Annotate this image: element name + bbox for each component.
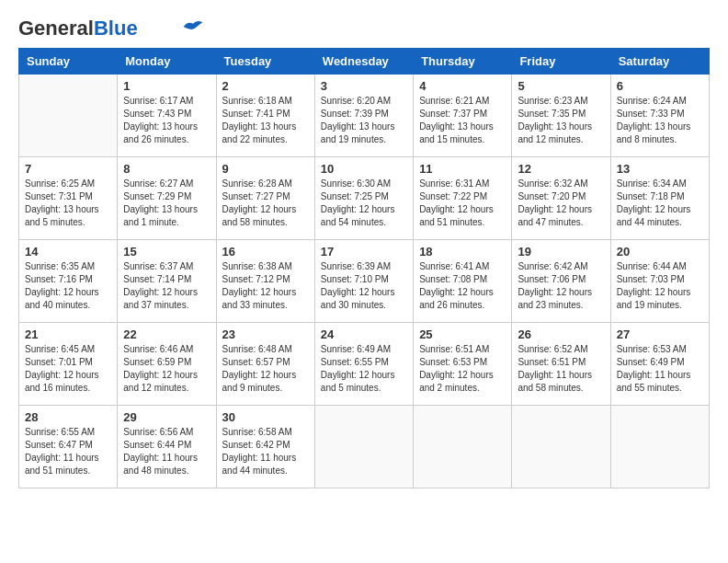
calendar-cell: 24Sunrise: 6:49 AM Sunset: 6:55 PM Dayli… bbox=[314, 323, 413, 406]
calendar-cell: 17Sunrise: 6:39 AM Sunset: 7:10 PM Dayli… bbox=[314, 240, 413, 323]
calendar-cell: 15Sunrise: 6:37 AM Sunset: 7:14 PM Dayli… bbox=[118, 240, 216, 323]
day-info: Sunrise: 6:35 AM Sunset: 7:16 PM Dayligh… bbox=[25, 260, 111, 312]
day-info: Sunrise: 6:44 AM Sunset: 7:03 PM Dayligh… bbox=[617, 260, 703, 312]
page-header: GeneralBlue bbox=[18, 18, 710, 39]
day-info: Sunrise: 6:42 AM Sunset: 7:06 PM Dayligh… bbox=[518, 260, 604, 312]
day-info: Sunrise: 6:52 AM Sunset: 6:51 PM Dayligh… bbox=[518, 343, 604, 395]
calendar-cell: 26Sunrise: 6:52 AM Sunset: 6:51 PM Dayli… bbox=[512, 323, 610, 406]
calendar-cell: 25Sunrise: 6:51 AM Sunset: 6:53 PM Dayli… bbox=[414, 323, 512, 406]
calendar-cell: 13Sunrise: 6:34 AM Sunset: 7:18 PM Dayli… bbox=[610, 157, 709, 240]
week-row-5: 28Sunrise: 6:55 AM Sunset: 6:47 PM Dayli… bbox=[19, 406, 710, 488]
weekday-header-friday: Friday bbox=[512, 49, 610, 75]
day-number: 13 bbox=[617, 162, 703, 176]
calendar-cell: 20Sunrise: 6:44 AM Sunset: 7:03 PM Dayli… bbox=[610, 240, 709, 323]
day-info: Sunrise: 6:25 AM Sunset: 7:31 PM Dayligh… bbox=[25, 178, 111, 229]
logo-bird-icon bbox=[182, 19, 204, 34]
day-info: Sunrise: 6:45 AM Sunset: 7:01 PM Dayligh… bbox=[25, 343, 111, 395]
day-info: Sunrise: 6:48 AM Sunset: 6:57 PM Dayligh… bbox=[222, 343, 309, 395]
calendar-cell: 4Sunrise: 6:21 AM Sunset: 7:37 PM Daylig… bbox=[414, 75, 512, 157]
calendar-cell: 14Sunrise: 6:35 AM Sunset: 7:16 PM Dayli… bbox=[19, 240, 118, 323]
weekday-header-thursday: Thursday bbox=[414, 49, 512, 75]
day-number: 24 bbox=[321, 327, 407, 341]
day-number: 28 bbox=[25, 410, 111, 424]
day-info: Sunrise: 6:18 AM Sunset: 7:41 PM Dayligh… bbox=[222, 95, 309, 146]
day-number: 27 bbox=[617, 327, 703, 341]
logo-text: GeneralBlue bbox=[18, 18, 138, 39]
calendar-cell bbox=[414, 406, 512, 488]
calendar-cell: 19Sunrise: 6:42 AM Sunset: 7:06 PM Dayli… bbox=[512, 240, 610, 323]
day-number: 15 bbox=[123, 245, 210, 259]
day-info: Sunrise: 6:20 AM Sunset: 7:39 PM Dayligh… bbox=[321, 95, 407, 146]
calendar-cell: 27Sunrise: 6:53 AM Sunset: 6:49 PM Dayli… bbox=[610, 323, 709, 406]
weekday-header-tuesday: Tuesday bbox=[216, 49, 314, 75]
day-info: Sunrise: 6:39 AM Sunset: 7:10 PM Dayligh… bbox=[321, 260, 407, 312]
day-number: 11 bbox=[419, 162, 506, 176]
day-info: Sunrise: 6:55 AM Sunset: 6:47 PM Dayligh… bbox=[25, 426, 111, 477]
day-number: 6 bbox=[617, 79, 703, 93]
week-row-2: 7Sunrise: 6:25 AM Sunset: 7:31 PM Daylig… bbox=[19, 157, 710, 240]
day-info: Sunrise: 6:49 AM Sunset: 6:55 PM Dayligh… bbox=[321, 343, 407, 395]
day-info: Sunrise: 6:21 AM Sunset: 7:37 PM Dayligh… bbox=[419, 95, 506, 146]
weekday-header-row: SundayMondayTuesdayWednesdayThursdayFrid… bbox=[19, 49, 710, 75]
day-number: 9 bbox=[222, 162, 309, 176]
calendar-cell: 18Sunrise: 6:41 AM Sunset: 7:08 PM Dayli… bbox=[414, 240, 512, 323]
calendar-cell: 12Sunrise: 6:32 AM Sunset: 7:20 PM Dayli… bbox=[512, 157, 610, 240]
day-number: 29 bbox=[123, 410, 210, 424]
calendar-cell: 9Sunrise: 6:28 AM Sunset: 7:27 PM Daylig… bbox=[216, 157, 314, 240]
calendar-cell bbox=[610, 406, 709, 488]
day-info: Sunrise: 6:37 AM Sunset: 7:14 PM Dayligh… bbox=[123, 260, 210, 312]
day-number: 10 bbox=[321, 162, 407, 176]
day-info: Sunrise: 6:58 AM Sunset: 6:42 PM Dayligh… bbox=[222, 426, 309, 477]
day-number: 2 bbox=[222, 79, 309, 93]
day-info: Sunrise: 6:51 AM Sunset: 6:53 PM Dayligh… bbox=[419, 343, 506, 395]
day-number: 18 bbox=[419, 245, 506, 259]
day-info: Sunrise: 6:24 AM Sunset: 7:33 PM Dayligh… bbox=[617, 95, 703, 146]
day-number: 12 bbox=[518, 162, 604, 176]
day-info: Sunrise: 6:34 AM Sunset: 7:18 PM Dayligh… bbox=[617, 178, 703, 229]
week-row-1: 1Sunrise: 6:17 AM Sunset: 7:43 PM Daylig… bbox=[19, 75, 710, 157]
calendar-cell: 16Sunrise: 6:38 AM Sunset: 7:12 PM Dayli… bbox=[216, 240, 314, 323]
day-info: Sunrise: 6:27 AM Sunset: 7:29 PM Dayligh… bbox=[123, 178, 210, 229]
day-number: 22 bbox=[123, 327, 210, 341]
calendar-cell: 29Sunrise: 6:56 AM Sunset: 6:44 PM Dayli… bbox=[118, 406, 216, 488]
weekday-header-monday: Monday bbox=[118, 49, 216, 75]
calendar-cell: 2Sunrise: 6:18 AM Sunset: 7:41 PM Daylig… bbox=[216, 75, 314, 157]
day-info: Sunrise: 6:17 AM Sunset: 7:43 PM Dayligh… bbox=[123, 95, 210, 146]
day-number: 30 bbox=[222, 410, 309, 424]
week-row-3: 14Sunrise: 6:35 AM Sunset: 7:16 PM Dayli… bbox=[19, 240, 710, 323]
day-info: Sunrise: 6:30 AM Sunset: 7:25 PM Dayligh… bbox=[321, 178, 407, 229]
day-number: 17 bbox=[321, 245, 407, 259]
calendar-cell: 5Sunrise: 6:23 AM Sunset: 7:35 PM Daylig… bbox=[512, 75, 610, 157]
calendar-cell: 21Sunrise: 6:45 AM Sunset: 7:01 PM Dayli… bbox=[19, 323, 118, 406]
day-number: 19 bbox=[518, 245, 604, 259]
day-info: Sunrise: 6:53 AM Sunset: 6:49 PM Dayligh… bbox=[617, 343, 703, 395]
calendar-cell bbox=[314, 406, 413, 488]
day-info: Sunrise: 6:28 AM Sunset: 7:27 PM Dayligh… bbox=[222, 178, 309, 229]
day-number: 26 bbox=[518, 327, 604, 341]
calendar-cell: 3Sunrise: 6:20 AM Sunset: 7:39 PM Daylig… bbox=[314, 75, 413, 157]
day-number: 8 bbox=[123, 162, 210, 176]
day-number: 25 bbox=[419, 327, 506, 341]
day-number: 23 bbox=[222, 327, 309, 341]
day-number: 21 bbox=[25, 327, 111, 341]
day-info: Sunrise: 6:38 AM Sunset: 7:12 PM Dayligh… bbox=[222, 260, 309, 312]
day-number: 3 bbox=[321, 79, 407, 93]
calendar-cell: 6Sunrise: 6:24 AM Sunset: 7:33 PM Daylig… bbox=[610, 75, 709, 157]
day-info: Sunrise: 6:56 AM Sunset: 6:44 PM Dayligh… bbox=[123, 426, 210, 477]
calendar-cell: 1Sunrise: 6:17 AM Sunset: 7:43 PM Daylig… bbox=[118, 75, 216, 157]
day-info: Sunrise: 6:23 AM Sunset: 7:35 PM Dayligh… bbox=[518, 95, 604, 146]
day-info: Sunrise: 6:46 AM Sunset: 6:59 PM Dayligh… bbox=[123, 343, 210, 395]
calendar-cell: 28Sunrise: 6:55 AM Sunset: 6:47 PM Dayli… bbox=[19, 406, 118, 488]
calendar-cell bbox=[512, 406, 610, 488]
weekday-header-wednesday: Wednesday bbox=[314, 49, 413, 75]
day-number: 4 bbox=[419, 79, 506, 93]
calendar-cell bbox=[19, 75, 118, 157]
calendar-cell: 23Sunrise: 6:48 AM Sunset: 6:57 PM Dayli… bbox=[216, 323, 314, 406]
day-number: 7 bbox=[25, 162, 111, 176]
week-row-4: 21Sunrise: 6:45 AM Sunset: 7:01 PM Dayli… bbox=[19, 323, 710, 406]
calendar-cell: 8Sunrise: 6:27 AM Sunset: 7:29 PM Daylig… bbox=[118, 157, 216, 240]
day-info: Sunrise: 6:31 AM Sunset: 7:22 PM Dayligh… bbox=[419, 178, 506, 229]
calendar-cell: 11Sunrise: 6:31 AM Sunset: 7:22 PM Dayli… bbox=[414, 157, 512, 240]
day-info: Sunrise: 6:32 AM Sunset: 7:20 PM Dayligh… bbox=[518, 178, 604, 229]
calendar-table: SundayMondayTuesdayWednesdayThursdayFrid… bbox=[18, 48, 710, 488]
